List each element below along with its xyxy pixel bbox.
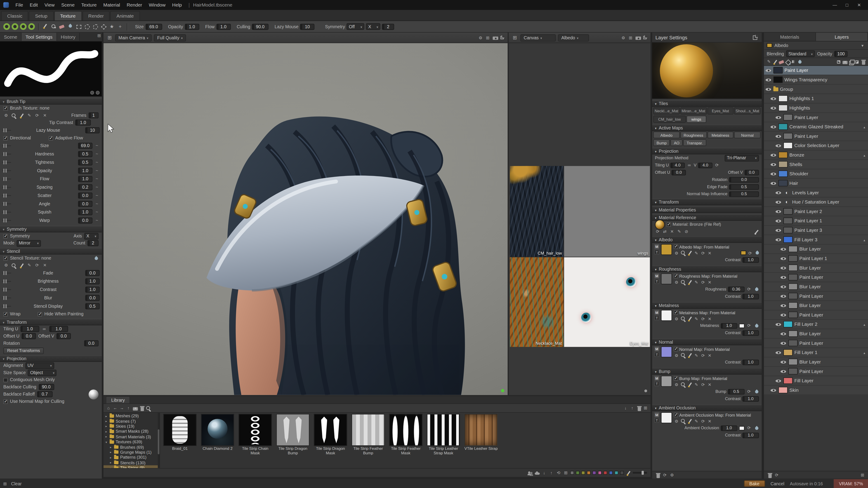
sync-icon[interactable]: ⟳ [700, 250, 706, 256]
brush-texture-checkbox[interactable] [3, 106, 8, 110]
gear-icon[interactable]: ⚙ [3, 112, 9, 118]
tree-item-patterns-301-[interactable]: ▸Patterns (301) [103, 455, 159, 460]
layer-row[interactable]: Paint Layer 1 [764, 254, 868, 263]
gear-icon[interactable]: ⚙ [620, 35, 626, 40]
size-field[interactable]: 69.0 [145, 24, 162, 30]
map-toggle-ao[interactable]: AO [671, 139, 683, 146]
clear-icon[interactable]: ✕ [707, 280, 712, 285]
poly-lasso-select-icon[interactable] [100, 23, 107, 30]
visibility-eye-icon[interactable] [766, 77, 772, 82]
frames-field[interactable]: 1 [89, 112, 98, 119]
section-header-symmetry[interactable]: ▾Symmetry [0, 226, 102, 232]
curve-icon[interactable]: ~ [94, 160, 99, 165]
search-icon[interactable] [680, 250, 686, 256]
gear-icon[interactable]: ⚙ [674, 418, 679, 424]
value-field[interactable]: 0.0 [85, 295, 100, 301]
gear-icon[interactable]: ⚙ [674, 250, 679, 256]
ban-icon[interactable]: ⊘ [684, 229, 689, 234]
library-item[interactable]: Tile Strip Dragon Bump [275, 414, 311, 456]
brush-icon[interactable] [19, 112, 24, 118]
palette-swatch[interactable] [614, 471, 618, 475]
value-field[interactable]: 0.0 [85, 270, 100, 276]
curve-icon[interactable]: ~ [94, 143, 99, 148]
map-color-swatch[interactable] [739, 323, 744, 328]
texture-tile-cm_hair_low[interactable]: CM_hair_low [510, 166, 564, 257]
layer-row[interactable]: Paint Layer [764, 273, 868, 282]
layer-row[interactable]: Fill Layer 2▴ [764, 320, 868, 329]
reset-transforms-button[interactable]: Reset Transforms [3, 347, 44, 354]
pencil-icon[interactable]: ✎ [27, 263, 32, 268]
rotation-field[interactable]: 0.0 [84, 340, 98, 346]
layer-row[interactable]: Fill Layer 3▴ [764, 235, 868, 245]
trash-icon[interactable] [139, 405, 145, 411]
map-toggle-metalness[interactable]: Metalness [707, 132, 734, 138]
slider-handle[interactable] [2, 144, 11, 148]
mask-icon[interactable] [854, 59, 860, 64]
tile-tab-shoul-s-mat[interactable]: Shoul...s_Mat [734, 107, 761, 115]
gradient-icon[interactable] [790, 59, 796, 64]
slider-handle[interactable] [2, 219, 11, 222]
tip-contrast-field[interactable]: 1.0 [75, 120, 91, 126]
texture-badge[interactable]: T [654, 352, 659, 357]
brush-preset-2[interactable] [11, 23, 18, 30]
sync-icon[interactable]: ⟳ [746, 425, 752, 431]
map-toggle-bump[interactable]: Bump [653, 139, 670, 146]
layer-row[interactable]: Paint Layer [764, 367, 868, 377]
droplet-icon[interactable] [93, 255, 98, 261]
library-item[interactable]: Tile Strip Feather Mask [388, 414, 424, 456]
library-tab[interactable]: Library [106, 396, 130, 403]
quad-view-icon[interactable]: ⊞ [628, 35, 633, 40]
visibility-eye-icon[interactable] [776, 115, 782, 120]
palette-swatch[interactable] [620, 471, 624, 475]
value-field[interactable]: 0.2 [78, 184, 92, 191]
history-icon[interactable]: ⟲ [556, 470, 561, 475]
layer-row[interactable]: Paint Layer [764, 113, 868, 123]
tree-item-smart-masks-28-[interactable]: ▸Smart Masks (28) [103, 429, 159, 434]
home-icon[interactable]: ⌂ [106, 405, 111, 411]
tree-item-scenes-7-[interactable]: ▸Scenes (7) [103, 418, 159, 424]
tile-tab-neckl-e-mat[interactable]: Neckl...e_Mat [653, 107, 680, 115]
offset-u-field[interactable]: 0.0 [672, 170, 686, 175]
layer-row[interactable]: Group [764, 85, 868, 94]
material-badge[interactable]: M [654, 346, 659, 351]
slider-row-fade[interactable]: Fade0.0 [0, 269, 102, 277]
clear-icon[interactable]: ✕ [707, 352, 712, 358]
brush-preset-3[interactable] [20, 23, 26, 30]
slider-row-blur[interactable]: Blur0.0 [0, 294, 102, 302]
value-field[interactable]: 0.5 [78, 159, 92, 165]
visibility-eye-icon[interactable] [776, 228, 782, 233]
visibility-eye-icon[interactable] [780, 293, 786, 298]
brush-icon[interactable] [687, 352, 692, 358]
normal-influence-field[interactable]: 0.5 [729, 191, 759, 197]
layer-row[interactable]: Blur Layer [764, 329, 868, 339]
texture-badge[interactable]: T [654, 418, 659, 423]
ls-section-header-tiles[interactable]: ▾Tiles [652, 100, 762, 107]
paint-brush-icon[interactable] [42, 23, 49, 30]
download-icon[interactable]: ↓ [623, 405, 628, 411]
mode-tab-render[interactable]: Render [82, 11, 110, 21]
slider-row-flow[interactable]: Flow1.0~ [0, 175, 102, 183]
texture-badge[interactable]: T [654, 279, 659, 284]
pencil-icon[interactable]: ✎ [27, 112, 32, 118]
map-color-swatch[interactable] [739, 426, 744, 430]
brush-preview-add-icon[interactable] [90, 91, 94, 95]
palette-swatch[interactable] [576, 471, 580, 475]
library-item[interactable]: Tile Strip Leather Strap Mask [425, 414, 462, 456]
slider-row-squish[interactable]: Squish1.0~ [0, 208, 102, 217]
left-tab-tool-settings[interactable]: Tool Settings [22, 33, 57, 41]
axis-select[interactable]: X▾ [84, 233, 98, 239]
palette-swatch[interactable] [609, 471, 613, 475]
search-icon[interactable] [146, 405, 151, 411]
gear-icon[interactable]: ⚙ [477, 35, 483, 40]
layer-row[interactable]: Paint Layer 2 [764, 207, 868, 217]
map-toggle-transpar-[interactable]: Transpar. [683, 139, 706, 146]
eraser-icon[interactable] [778, 59, 784, 64]
up-icon[interactable]: ↑ [126, 405, 131, 411]
layer-row[interactable]: Shells [764, 160, 868, 169]
back-icon[interactable]: ← [112, 405, 118, 411]
tile-tab-cm-hair-low[interactable]: CM_hair_low [653, 116, 686, 123]
visibility-eye-icon[interactable] [780, 284, 786, 289]
tree-arrow-icon[interactable]: ▸ [109, 456, 112, 459]
slider-row-opacity[interactable]: Opacity1.0~ [0, 166, 102, 175]
clear-icon[interactable]: ✕ [42, 112, 48, 118]
